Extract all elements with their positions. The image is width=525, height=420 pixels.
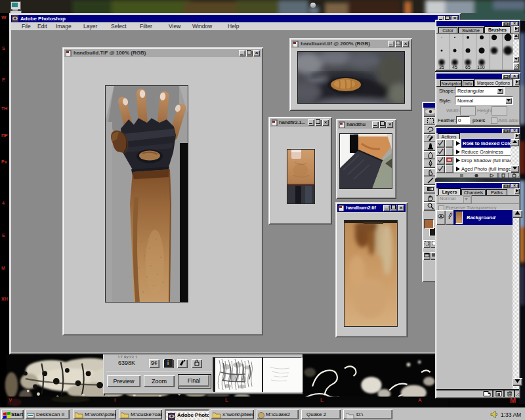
svg-text:i: i <box>167 360 169 366</box>
svg-text:9¢: 9¢ <box>151 360 158 366</box>
